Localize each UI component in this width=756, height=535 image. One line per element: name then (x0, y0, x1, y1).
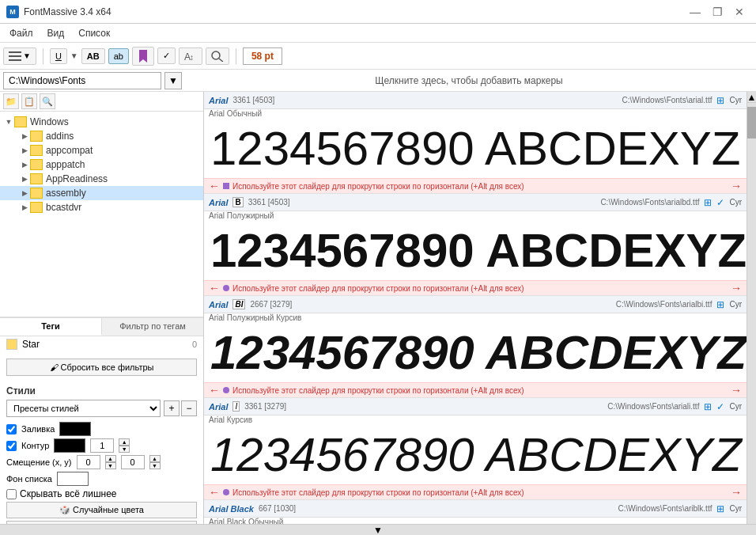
file-tree[interactable]: ▼ Windows ▶ addins ▶ appcompat ▶ apppatc… (0, 112, 203, 317)
slider-arial-bold[interactable]: ← Используйте этот слайдер для прокрутки… (204, 280, 747, 295)
tree-item-appreadiness[interactable]: ▶ AppReadiness (0, 172, 203, 186)
tree-item-appcompat[interactable]: ▶ appcompat (0, 143, 203, 157)
tab-filter[interactable]: Фильтр по тегам (102, 318, 203, 336)
stroke-width-spinner: ▲ ▼ (119, 438, 130, 453)
path-dropdown-btn[interactable]: ▼ (164, 72, 182, 89)
toolbar-underline-btn[interactable]: U (50, 48, 67, 64)
fill-color-picker[interactable] (59, 422, 91, 436)
folder-icon-appcompat (30, 145, 43, 156)
font-preview-arial-bi[interactable]: 1234567890 ABCDEXYZ abc (204, 324, 747, 382)
main-layout: 📁 📋 🔍 ▼ Windows ▶ addins ▶ appcompat (0, 92, 756, 535)
styles-preset-row: Пресеты стилей + − (6, 400, 197, 417)
offset-y-spinner: ▲ ▼ (149, 455, 161, 469)
tree-item-addins[interactable]: ▶ addins (0, 129, 203, 143)
tree-expand-addins[interactable]: ▶ (19, 131, 30, 142)
scroll-thumb[interactable] (747, 107, 756, 138)
tree-expand-windows[interactable]: ▼ (3, 116, 14, 127)
stroke-checkbox[interactable] (6, 441, 17, 451)
tree-expand-apppatch[interactable]: ▶ (19, 159, 30, 170)
toolbar-zoom-btn[interactable] (206, 47, 229, 65)
toolbar-ab-lower-btn[interactable]: ab (108, 48, 129, 64)
check-icon-arial-italic: ✓ (716, 401, 724, 412)
preset-select[interactable]: Пресеты стилей (6, 400, 161, 417)
tree-label-windows: Windows (30, 116, 69, 127)
tree-label-bcastdvr: bcastdvr (46, 202, 81, 213)
tab-tags[interactable]: Теги (0, 318, 102, 336)
toolbar-ab-btn[interactable]: AB (81, 48, 105, 64)
tree-icon-1[interactable]: 📁 (3, 93, 19, 109)
menu-view[interactable]: Вид (41, 26, 71, 40)
tree-item-bcastdvr[interactable]: ▶ bcastdvr (0, 200, 203, 214)
font-size-display[interactable]: 58 pt (243, 47, 282, 65)
scroll-down-btn[interactable]: ▼ (204, 524, 756, 535)
bg-label: Фон списка (6, 474, 52, 484)
slider-thumb-3[interactable] (223, 489, 229, 495)
close-button[interactable]: ✕ (729, 4, 750, 20)
offset-y-up[interactable]: ▲ (149, 455, 161, 462)
font-entry-arial-bi: Arial BI 2667 [3279] C:\Windows\Fonts\ar… (204, 296, 747, 398)
font-path-arial-black: C:\Windows\Fonts\ariblk.ttf (618, 504, 713, 513)
tree-icon-3[interactable]: 🔍 (40, 93, 55, 109)
menu-file[interactable]: Файл (3, 26, 40, 40)
hide-checkbox[interactable] (6, 489, 17, 499)
slider-arial-italic[interactable]: ← Используйте этот слайдер для прокрутки… (204, 484, 747, 499)
toolbar-check-btn[interactable]: ✓ (157, 47, 176, 64)
slider-thumb-2[interactable] (223, 387, 229, 393)
font-list-scrollbar[interactable]: ▲ ▼ (747, 92, 756, 535)
tree-expand-bcastdvr[interactable]: ▶ (19, 202, 30, 213)
tree-expand-appcompat[interactable]: ▶ (19, 145, 30, 156)
slider-arial-bi[interactable]: ← Используйте этот слайдер для прокрутки… (204, 382, 747, 397)
hide-row: Скрывать всё лишнее (6, 488, 197, 499)
stroke-width-down[interactable]: ▼ (119, 446, 130, 453)
tree-item-assembly[interactable]: ▶ assembly (0, 186, 203, 200)
tree-expand-appreadiness[interactable]: ▶ (19, 173, 30, 184)
font-name-arial-black: Arial Black (209, 504, 254, 514)
offset-x-down[interactable]: ▼ (105, 462, 116, 469)
font-preview-arial-italic[interactable]: 1234567890 ABCDEXYZ abc (204, 426, 747, 484)
font-sub-arial-bold: Arial Полужирный (204, 211, 747, 222)
offset-x-input[interactable] (77, 455, 100, 469)
tree-item-windows[interactable]: ▼ Windows (0, 115, 203, 129)
reset-filters-button[interactable]: 🖌 Сбросить все фильтры (6, 359, 197, 376)
tree-expand-assembly[interactable]: ▶ (19, 188, 30, 199)
tree-icon-2[interactable]: 📋 (21, 93, 37, 109)
scroll-up-btn[interactable]: ▲ (747, 92, 756, 103)
font-preview-arial-normal[interactable]: 1234567890 ABCDEXYZ abc (204, 120, 747, 178)
toolbar-bookmark-btn[interactable] (132, 47, 154, 66)
slider-thumb-0[interactable] (223, 183, 229, 189)
svg-point-5 (212, 51, 220, 59)
stroke-width-up[interactable]: ▲ (119, 438, 130, 446)
font-list[interactable]: Arial 3361 [4503] C:\Windows\Fonts\arial… (204, 92, 747, 535)
folder-icon-windows (14, 116, 27, 127)
maximize-button[interactable]: ❐ (707, 4, 728, 20)
tree-item-apppatch[interactable]: ▶ apppatch (0, 157, 203, 172)
preset-add-btn[interactable]: + (164, 400, 180, 416)
slider-thumb-1[interactable] (223, 285, 229, 291)
preset-remove-btn[interactable]: − (181, 400, 197, 416)
bg-color-picker[interactable] (57, 472, 89, 486)
offset-y-input[interactable] (121, 455, 145, 469)
slider-arrow-left-3: ← (209, 486, 220, 499)
header-notice[interactable]: Щелкните здесь, чтобы добавить маркеры (185, 75, 753, 86)
cyr-label-arial-black: Сyr (729, 504, 742, 513)
offset-y-down[interactable]: ▼ (149, 462, 161, 469)
font-count-arial-black: 667 [1030] (259, 504, 296, 513)
stroke-color-picker[interactable] (54, 438, 85, 453)
font-badge-arial-bold: B (232, 197, 243, 207)
minimize-button[interactable]: — (685, 4, 705, 20)
offset-x-up[interactable]: ▲ (105, 455, 116, 462)
toolbar-font-btn[interactable]: A↕ (179, 47, 202, 65)
font-count-arial-normal: 3361 [4503] (232, 96, 274, 104)
fill-checkbox[interactable] (6, 424, 17, 434)
menu-list[interactable]: Список (72, 26, 116, 40)
stroke-width-input[interactable] (90, 438, 114, 453)
slider-arial-normal[interactable]: ← Используйте этот слайдер для прокрутки… (204, 178, 747, 193)
win-icon-arial-bi: ⊞ (716, 299, 724, 310)
svg-rect-0 (9, 51, 21, 53)
tree-label-assembly: assembly (46, 188, 86, 199)
path-input[interactable] (3, 72, 161, 89)
font-preview-arial-bold[interactable]: 1234567890 ABCDEXYZ abc (204, 222, 747, 280)
random-colors-button[interactable]: 🎲 Случайные цвета (6, 502, 197, 518)
toolbar-menu-btn[interactable]: ▼ (3, 47, 36, 65)
font-count-arial-italic: 3361 [3279] (244, 402, 286, 411)
